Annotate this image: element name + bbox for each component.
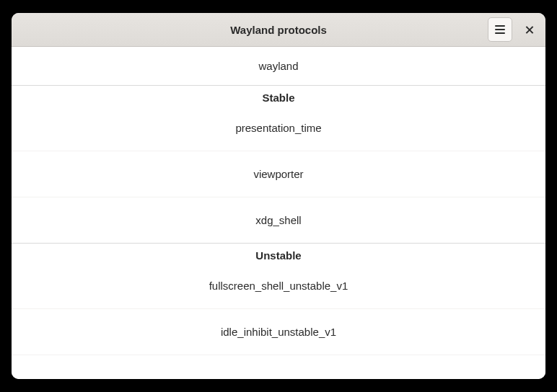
section-header-stable: Stable	[12, 86, 545, 105]
content-area[interactable]: wayland Stable presentation_time viewpor…	[12, 47, 545, 379]
headerbar: Wayland protocols	[12, 13, 545, 47]
section-header-unstable: Unstable	[12, 244, 545, 263]
protocol-item[interactable]: presentation_time	[12, 105, 545, 151]
section-title: Stable	[262, 92, 294, 104]
protocol-item[interactable]: xdg_shell	[12, 197, 545, 244]
protocol-item[interactable]: wayland	[12, 47, 545, 86]
protocol-item[interactable]: idle_inhibit_unstable_v1	[12, 309, 545, 355]
app-window: Wayland protocols wayland Stable present…	[12, 13, 545, 379]
close-button[interactable]	[517, 17, 541, 42]
headerbar-right	[488, 17, 541, 42]
protocol-label: viewporter	[253, 168, 303, 180]
protocol-item[interactable]: fullscreen_shell_unstable_v1	[12, 263, 545, 309]
protocol-label: xdg_shell	[255, 214, 301, 226]
window-title: Wayland protocols	[12, 24, 545, 36]
menu-button[interactable]	[488, 17, 512, 42]
protocol-item[interactable]: viewporter	[12, 151, 545, 197]
protocol-label: wayland	[258, 60, 298, 72]
section-title: Unstable	[255, 249, 301, 262]
hamburger-icon	[495, 25, 505, 34]
protocol-label: idle_inhibit_unstable_v1	[221, 326, 336, 338]
protocol-label: fullscreen_shell_unstable_v1	[209, 280, 348, 292]
protocol-label: presentation_time	[235, 122, 321, 134]
close-icon	[525, 25, 534, 35]
